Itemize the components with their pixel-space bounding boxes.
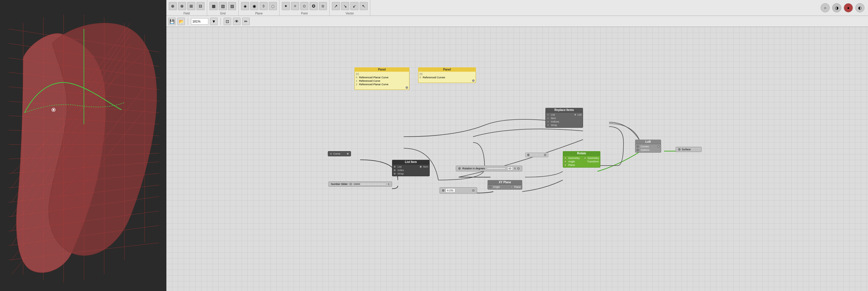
panel-node-2[interactable]: Panel [0] 0 Referenced Curves xyxy=(418,67,476,83)
svg-point-34 xyxy=(53,109,54,111)
replace-out-port xyxy=(574,114,576,116)
plane-icon-1[interactable]: ◈ xyxy=(241,2,249,10)
toolbar-group-grid: ▦ ▧ ▨ Grid xyxy=(207,0,239,15)
sketch-btn[interactable]: ✏ xyxy=(242,17,250,25)
toolbar-separator-1 xyxy=(188,18,188,25)
vector-icon-1[interactable]: ↗ xyxy=(332,2,340,10)
curve-out-port xyxy=(347,153,349,155)
toolbar-separator-2 xyxy=(220,18,221,25)
grasshopper-canvas[interactable]: Panel [0] 0 Referenced Planar Curve 1 Re… xyxy=(166,27,868,291)
point-icon-4[interactable]: ✪ xyxy=(310,2,318,10)
panel-1-header: Panel xyxy=(354,67,409,72)
field-icon-3[interactable]: ⊞ xyxy=(187,2,195,10)
rotate-header: Rotate xyxy=(563,151,600,155)
value-in-port xyxy=(442,189,444,192)
rotate-out-port xyxy=(584,157,586,159)
corner-icon-2[interactable]: ◑ xyxy=(832,3,841,12)
loft-curves-row: Curves xyxy=(636,145,661,148)
vector-icon-4[interactable]: ↖ xyxy=(360,2,368,10)
rotate-node[interactable]: Rotate Geometry Geometry Angle Transform… xyxy=(563,151,600,168)
rotate-plane-port xyxy=(564,164,566,166)
replace-items-header: Replace Items xyxy=(546,108,583,112)
vector-icon-3[interactable]: ↙ xyxy=(350,2,359,10)
xy-origin-row: Origin Plane xyxy=(488,185,522,189)
point-icon-5[interactable]: ✫ xyxy=(319,2,327,10)
rotate-geom-port xyxy=(564,157,566,159)
panel-1-item-2: 2 Referenced Planar Curve xyxy=(355,83,409,86)
panel-2-item-0: 0 Referenced Curves xyxy=(418,76,476,79)
rotation-node[interactable]: Rotation in degrees 63 ◊ xyxy=(456,166,522,171)
loft-node[interactable]: Loft Curves Options xyxy=(635,140,661,153)
list-item-wrap-row: Wrap xyxy=(392,172,429,175)
open-btn[interactable]: 📂 xyxy=(177,17,185,25)
zoom-input[interactable]: 181% xyxy=(191,18,208,25)
vector-icon-2[interactable]: ↘ xyxy=(341,2,349,10)
panel-1-item-0: 0 Referenced Planar Curve xyxy=(355,76,409,79)
frame-btn[interactable]: ⊡ xyxy=(224,17,231,25)
panel-1-output-port xyxy=(355,86,409,89)
curve-in-port xyxy=(330,153,332,155)
rotation-in-port xyxy=(458,167,461,170)
toolbar-group-plane: ◈ ◉ ◊ ◌ Plane xyxy=(239,0,279,15)
value-input-node[interactable]: 0.231 xyxy=(439,187,477,194)
loft-curves-port xyxy=(637,145,639,148)
replace-wrap-row: Wrap xyxy=(546,123,583,127)
list-item-index-row: Index xyxy=(392,169,429,172)
list-item-item-port xyxy=(420,166,422,168)
grid-icon-1[interactable]: ▦ xyxy=(210,2,218,10)
eye-btn[interactable]: 👁 xyxy=(233,17,241,25)
panel-node-1[interactable]: Panel [0] 0 Referenced Planar Curve 1 Re… xyxy=(354,67,409,90)
field-icon-1[interactable]: ⊕ xyxy=(169,2,177,10)
point-icon-1[interactable]: ✦ xyxy=(282,2,290,10)
loft-out-port xyxy=(657,145,660,148)
grid-icon-2[interactable]: ▧ xyxy=(219,2,227,10)
point-icon-3[interactable]: ✩ xyxy=(300,2,308,10)
rotation-out-port xyxy=(517,167,520,170)
corner-icon-4[interactable]: ◐ xyxy=(855,3,865,12)
replace-list-port xyxy=(547,114,549,116)
save-btn[interactable]: 💾 xyxy=(168,17,176,25)
list-item-node[interactable]: List Item List Item Index Wrap xyxy=(392,160,430,176)
grid-label: Grid xyxy=(220,12,226,15)
geom-in-port xyxy=(527,154,529,156)
grid-icon-3[interactable]: ▨ xyxy=(228,2,236,10)
xy-plane-node[interactable]: XY Plane Origin Plane xyxy=(488,180,522,189)
plane-icon-2[interactable]: ◉ xyxy=(250,2,258,10)
point-icon-2[interactable]: ✧ xyxy=(291,2,299,10)
panel-1-body: [0] 0 Referenced Planar Curve 1 Referenc… xyxy=(354,72,409,90)
secondary-toolbar: 💾 📂 181% ▼ ⊡ 👁 ✏ xyxy=(166,16,868,27)
main-toolbar: ⊕ ⊗ ⊞ ⊟ Field ▦ ▧ ▨ Grid ◈ ◉ ◊ ◌ Plane ✦… xyxy=(166,0,868,16)
rotate-angle-row: Angle Transform xyxy=(563,160,600,163)
rotation-slider[interactable] xyxy=(487,168,505,169)
field-icon-2[interactable]: ⊗ xyxy=(178,2,186,10)
replace-items-node[interactable]: Replace Items List List Item Indices Wra… xyxy=(546,108,583,128)
slider-track[interactable] xyxy=(353,183,386,185)
surface-output-node[interactable]: Surface xyxy=(676,147,702,152)
panel-2-subtitle: [0] xyxy=(418,72,476,76)
surface-in-port xyxy=(678,148,681,151)
list-item-wrap-port xyxy=(394,173,396,175)
zoom-dropdown-btn[interactable]: ▼ xyxy=(210,17,218,25)
corner-icon-3[interactable]: ● xyxy=(844,3,853,12)
value-out-port xyxy=(472,189,474,192)
slider-port xyxy=(349,183,352,185)
plane-icon-3[interactable]: ◊ xyxy=(259,2,268,10)
xy-plane-header: XY Plane xyxy=(488,180,522,184)
panel-2-header: Panel xyxy=(418,67,476,72)
xy-plane-body: Origin Plane xyxy=(488,184,522,189)
field-icon-4[interactable]: ⊟ xyxy=(196,2,205,10)
loft-header: Loft xyxy=(635,140,661,144)
loft-options-row: Options xyxy=(636,148,661,152)
field-label: Field xyxy=(183,12,190,15)
plane-icon-4[interactable]: ◌ xyxy=(269,2,277,10)
slider-fill xyxy=(354,183,360,185)
curve-input-node[interactable]: Curve xyxy=(328,151,351,156)
toolbar-group-point: ✦ ✧ ✩ ✪ ✫ Point xyxy=(279,0,330,15)
loft-body: Curves Options xyxy=(635,144,661,153)
geom-out-port xyxy=(544,154,546,156)
panel-2-output-port xyxy=(418,79,476,82)
viewport-3d xyxy=(0,0,166,291)
corner-icon-1[interactable]: ○ xyxy=(820,3,830,12)
number-slider-node[interactable]: Number Slider 1 xyxy=(329,181,392,187)
geom-input-box[interactable] xyxy=(525,153,548,157)
